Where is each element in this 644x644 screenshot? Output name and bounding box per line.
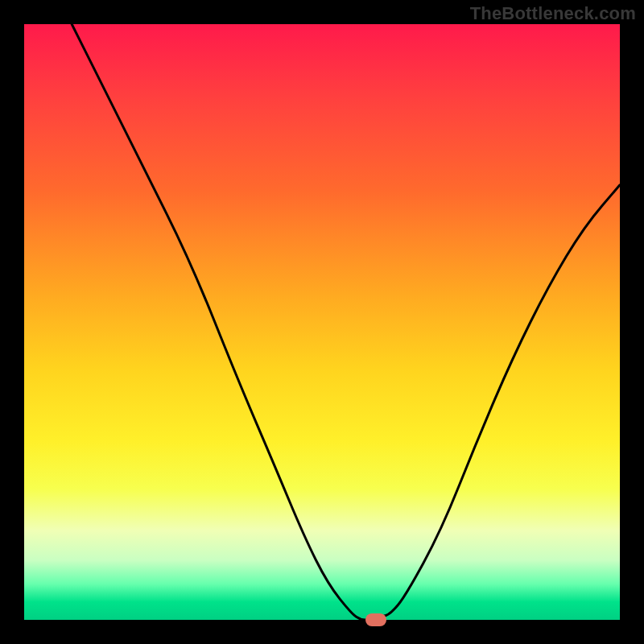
curve-svg — [24, 24, 620, 620]
optimal-marker — [365, 613, 386, 626]
watermark-text: TheBottleneck.com — [470, 3, 636, 24]
chart-frame: TheBottleneck.com — [0, 0, 644, 644]
bottleneck-curve — [72, 24, 620, 620]
plot-area — [24, 24, 620, 620]
